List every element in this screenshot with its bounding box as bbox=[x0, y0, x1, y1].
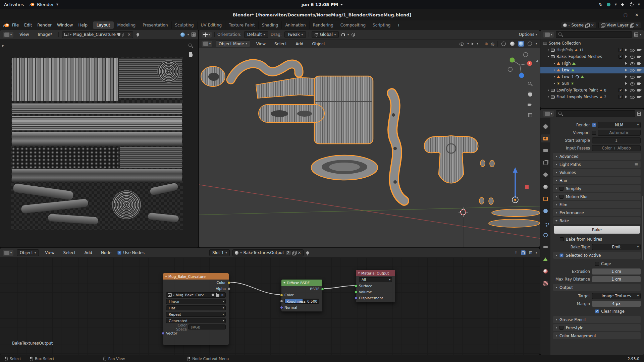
subpanel-output[interactable]: Output bbox=[553, 284, 641, 291]
remove-view-layer-icon[interactable]: × bbox=[636, 23, 639, 27]
tab-physics[interactable] bbox=[541, 231, 550, 239]
tab-world[interactable] bbox=[541, 183, 550, 191]
viewport-pan-icon[interactable] bbox=[528, 93, 532, 97]
source-dropdown[interactable]: Generated▾ bbox=[166, 318, 226, 323]
bake-from-multires-checkbox[interactable] bbox=[560, 237, 564, 241]
selectable-icon[interactable] bbox=[625, 55, 627, 58]
new-material-icon[interactable] bbox=[292, 251, 296, 255]
editor-type-button[interactable]: ▾ bbox=[543, 111, 554, 117]
projection-dropdown[interactable]: Flat▾ bbox=[166, 305, 226, 310]
render-camera-icon[interactable] bbox=[637, 75, 642, 79]
node-menu-node[interactable]: Node bbox=[98, 249, 114, 256]
tab-modifiers[interactable] bbox=[541, 207, 550, 215]
view-layer-name[interactable]: View Layer bbox=[606, 23, 629, 27]
hide-eye-icon[interactable] bbox=[630, 68, 635, 72]
image-datablock[interactable]: ▾ Mug_Bake_Curvature × bbox=[62, 31, 133, 38]
viewport-camera-icon[interactable] bbox=[528, 103, 532, 107]
disclosure-triangle[interactable] bbox=[554, 69, 555, 71]
tab-particles[interactable] bbox=[541, 219, 550, 227]
viewport-sidebar-toggle[interactable]: ◀ bbox=[536, 59, 538, 63]
start-sample-field[interactable]: 1 bbox=[592, 137, 641, 143]
editor-type-button[interactable]: ▾ bbox=[543, 32, 554, 38]
status-tray-icon[interactable] bbox=[607, 3, 610, 6]
chevron-down-icon[interactable]: ▾ bbox=[187, 33, 189, 36]
properties-search-input[interactable] bbox=[556, 110, 635, 117]
pan-hand-icon[interactable] bbox=[189, 53, 193, 57]
viewport-menu-object[interactable]: Object bbox=[309, 41, 328, 47]
sidebar-toggle-arrow[interactable]: ▶ bbox=[2, 44, 4, 47]
axis-y-ball[interactable] bbox=[510, 58, 515, 63]
collapse-triangle[interactable] bbox=[358, 273, 360, 274]
panel-performance[interactable]: Performance bbox=[553, 209, 641, 216]
pin-icon[interactable] bbox=[306, 251, 309, 254]
proportional-editing-icon[interactable] bbox=[352, 33, 355, 37]
add-workspace-button[interactable]: + bbox=[394, 21, 403, 29]
parent-node-tree-icon[interactable]: ↑ bbox=[515, 251, 518, 255]
material-users-count[interactable]: 2 bbox=[286, 251, 291, 255]
exclude-checkbox[interactable] bbox=[619, 88, 623, 92]
input-socket-normal[interactable] bbox=[280, 306, 283, 309]
disclosure-triangle[interactable] bbox=[548, 96, 549, 98]
denoise-viewport-checkbox[interactable] bbox=[592, 131, 596, 135]
subpanel-selected-to-active[interactable]: Selected to Active bbox=[553, 252, 641, 259]
disclosure-triangle[interactable] bbox=[554, 62, 555, 64]
selectable-icon[interactable] bbox=[625, 69, 627, 71]
active-tool-button[interactable]: ▾ bbox=[202, 32, 212, 38]
snap-mode-icon[interactable]: ⊞ bbox=[529, 250, 532, 255]
shading-solid-icon[interactable] bbox=[510, 42, 515, 46]
denoise-render-checkbox[interactable] bbox=[592, 123, 596, 127]
panel-advanced[interactable]: Advanced bbox=[553, 153, 641, 160]
workspace-tab-compositing[interactable]: Compositing bbox=[337, 21, 369, 29]
workspace-tab-scripting[interactable]: Scripting bbox=[369, 21, 394, 29]
color-space-dropdown[interactable]: sRGB bbox=[188, 324, 226, 329]
image-browse-icon[interactable] bbox=[64, 33, 68, 36]
axis-negative-ball[interactable] bbox=[508, 67, 513, 72]
render-camera-icon[interactable] bbox=[637, 48, 642, 52]
viewport-denoiser-dropdown[interactable]: Automatic bbox=[598, 130, 641, 136]
panel-light-paths[interactable]: Light Paths☰ bbox=[553, 161, 641, 168]
node-image-datablock[interactable]: ▾ Mug_Bake_Curv... × bbox=[166, 292, 226, 298]
tab-constraints[interactable] bbox=[541, 243, 550, 251]
render-camera-icon[interactable] bbox=[637, 88, 642, 92]
render-camera-icon[interactable] bbox=[637, 62, 642, 65]
render-camera-icon[interactable] bbox=[637, 55, 642, 59]
volume-icon[interactable] bbox=[621, 3, 626, 7]
input-socket-surface[interactable] bbox=[355, 285, 358, 288]
shading-wireframe-icon[interactable] bbox=[501, 42, 506, 46]
options-dropdown[interactable]: Options▾ bbox=[519, 32, 537, 37]
snap-options-chevron[interactable]: ▾ bbox=[347, 33, 349, 36]
node-menu-add[interactable]: Add bbox=[82, 249, 95, 256]
outliner-row-sun[interactable]: ☀ Sun ☀ bbox=[540, 80, 644, 87]
output-target-dropdown[interactable]: All▾ bbox=[359, 277, 392, 282]
image-editor-menu-view[interactable]: View bbox=[17, 31, 32, 38]
node-diffuse-bsdf[interactable]: Diffuse BSDF BSDF Color Roughness 0.500 … bbox=[281, 279, 323, 312]
panel-volumes[interactable]: Volumes bbox=[553, 169, 641, 176]
activities-button[interactable]: Activities bbox=[4, 2, 24, 7]
power-icon[interactable] bbox=[630, 3, 634, 6]
outliner-search-input[interactable] bbox=[556, 31, 632, 38]
scene-name[interactable]: Scene bbox=[572, 23, 584, 27]
editor-type-button[interactable]: ▾ bbox=[202, 41, 212, 47]
bake-button[interactable]: Bake bbox=[554, 226, 640, 234]
tab-material[interactable] bbox=[541, 267, 550, 275]
tab-scene[interactable] bbox=[541, 171, 550, 179]
panel-film[interactable]: Film bbox=[553, 201, 641, 208]
simplify-checkbox[interactable] bbox=[559, 187, 564, 191]
motion-blur-checkbox[interactable] bbox=[559, 195, 564, 199]
pin-icon[interactable] bbox=[137, 33, 139, 36]
mesh-handle[interactable] bbox=[231, 64, 299, 80]
tab-object-data[interactable] bbox=[541, 255, 550, 263]
workspace-tab-presentation[interactable]: Presentation bbox=[139, 21, 171, 29]
hide-eye-icon[interactable] bbox=[630, 75, 635, 79]
workspace-tab-modeling[interactable]: Modeling bbox=[114, 21, 139, 29]
tab-object[interactable] bbox=[541, 195, 550, 203]
editor-type-button[interactable]: ▾ bbox=[3, 32, 13, 38]
zoom-icon[interactable] bbox=[188, 43, 193, 48]
image-options-icon[interactable] bbox=[192, 33, 196, 37]
properties-scrollbar[interactable] bbox=[642, 196, 643, 260]
workspace-tab-texture-paint[interactable]: Texture Paint bbox=[225, 21, 258, 29]
orientation-dropdown[interactable]: Default▾ bbox=[244, 31, 268, 38]
output-socket-bsdf[interactable] bbox=[321, 288, 324, 291]
scene-selector[interactable]: ▾ Scene × bbox=[561, 22, 597, 29]
window-title-bar[interactable]: Blender* [/home/vitor/Documents/NorseMug… bbox=[0, 9, 644, 20]
